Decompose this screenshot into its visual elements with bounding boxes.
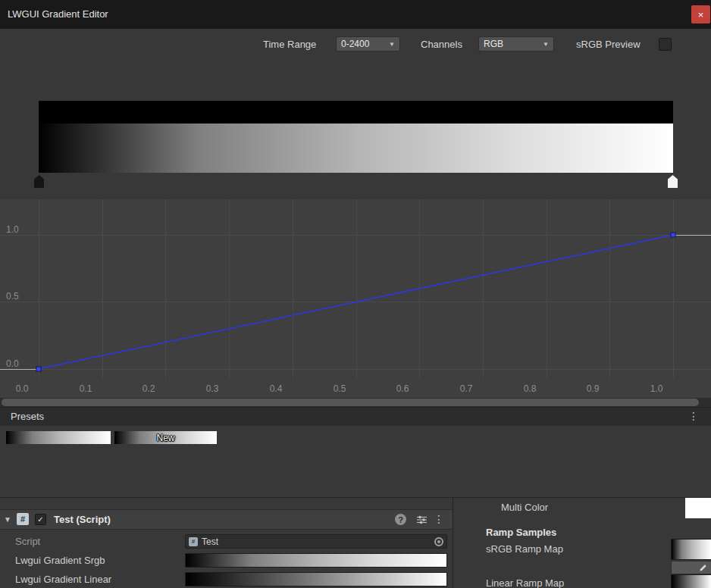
time-range-label: Time Range — [263, 39, 316, 50]
ramp-samples-header: Ramp Samples — [486, 527, 556, 538]
csharp-script-icon: # — [189, 537, 198, 546]
time-range-dropdown[interactable]: 0-2400 ▼ — [336, 36, 400, 52]
inspector-panel: ▼ # ✓ Test (Script) ? — [0, 498, 453, 588]
titlebar: LWGUI Gradient Editor × — [0, 0, 711, 29]
x-tick-label: 0.7 — [455, 383, 478, 394]
window-title: LWGUI Gradient Editor — [8, 8, 108, 20]
srgb-ramp-map-label: sRGB Ramp Map — [486, 543, 563, 555]
check-icon: ✓ — [37, 515, 43, 524]
curve-line[interactable] — [39, 235, 673, 369]
x-tick-label: 0.5 — [328, 383, 351, 394]
chevron-down-icon: ▼ — [389, 41, 395, 48]
gradient-key-white[interactable] — [668, 175, 678, 188]
gradient-preview[interactable] — [39, 101, 673, 173]
x-tick-label: 0.0 — [11, 383, 33, 394]
presets-menu-icon[interactable]: ⋮ — [688, 411, 699, 421]
preset-gradient-swatch[interactable] — [6, 431, 111, 444]
curve-editor[interactable]: 1.0 0.5 0.0 0.0 0.1 0.2 0.3 0.4 0.5 0.6 … — [0, 199, 711, 398]
channels-label: Channels — [421, 39, 462, 50]
srgb-preview-checkbox[interactable] — [659, 38, 672, 51]
component-menu-icon[interactable]: ⋮ — [434, 514, 444, 524]
x-tick-label: 0.2 — [137, 383, 160, 394]
srgb-preview-label: sRGB Preview — [576, 39, 641, 50]
time-range-value: 0-2400 — [341, 39, 384, 49]
close-button[interactable]: × — [691, 5, 710, 23]
preset-new-label: New — [156, 433, 174, 443]
component-header[interactable]: ▼ # ✓ Test (Script) ? — [0, 509, 453, 530]
help-icon[interactable]: ? — [395, 514, 406, 525]
csharp-script-icon: # — [17, 513, 29, 525]
background-panels: ▼ # ✓ Test (Script) ? — [0, 497, 711, 588]
channels-dropdown[interactable]: RGB ▼ — [478, 36, 554, 52]
presets-title: Presets — [11, 411, 44, 422]
multi-color-label: Multi Color — [501, 502, 548, 513]
gradient-preview-alpha-band — [39, 101, 673, 124]
component-title: Test (Script) — [54, 514, 111, 525]
gradient-editor-window: LWGUI Gradient Editor × Time Range 0-240… — [0, 0, 711, 588]
script-field-label: Script — [15, 536, 40, 547]
channels-value: RGB — [484, 39, 538, 49]
gradient-key-black[interactable] — [34, 175, 44, 188]
curve-key-end[interactable] — [671, 233, 675, 237]
gradient-preview-color-band — [39, 124, 673, 173]
object-picker-icon[interactable] — [434, 537, 443, 546]
script-object-field[interactable]: # Test — [185, 534, 447, 549]
presets-header: Presets ⋮ — [0, 407, 711, 426]
x-tick-label: 0.3 — [201, 383, 224, 394]
gradient-srgb-label: Lwgui Gradient Srgb — [15, 555, 105, 566]
material-panel: Multi Color Ramp Samples sRGB Ramp Map L… — [453, 498, 711, 588]
curve-plot — [0, 199, 711, 398]
gradient-srgb-field[interactable] — [185, 553, 447, 568]
presets-sliders-icon[interactable] — [417, 515, 427, 527]
multi-color-swatch[interactable] — [685, 498, 711, 518]
script-object-value: Test — [202, 536, 434, 547]
x-tick-label: 0.4 — [265, 383, 287, 394]
x-tick-label: 0.6 — [391, 383, 414, 394]
linear-ramp-map-thumbnail[interactable] — [671, 574, 711, 588]
x-tick-label: 0.8 — [518, 383, 541, 394]
foldout-arrow-icon[interactable]: ▼ — [4, 515, 11, 524]
preset-new-swatch[interactable]: New — [114, 431, 217, 444]
linear-ramp-map-label: Linear Ramp Map — [486, 577, 564, 588]
close-icon: × — [698, 9, 704, 20]
scrollbar-thumb[interactable] — [2, 399, 699, 406]
srgb-ramp-map-thumbnail[interactable] — [671, 539, 711, 560]
x-tick-label: 1.0 — [645, 383, 668, 394]
gradient-linear-label: Lwgui Gradient Linear — [15, 574, 111, 585]
pencil-icon — [699, 564, 707, 572]
horizontal-scrollbar[interactable] — [0, 398, 711, 407]
x-tick-label: 0.1 — [74, 383, 97, 394]
chevron-down-icon: ▼ — [543, 41, 549, 48]
curve-key-start[interactable] — [36, 367, 41, 371]
edit-ramp-button[interactable] — [671, 561, 711, 574]
x-tick-label: 0.9 — [581, 383, 604, 394]
gradient-linear-field[interactable] — [185, 572, 447, 586]
component-enabled-checkbox[interactable]: ✓ — [35, 514, 46, 525]
